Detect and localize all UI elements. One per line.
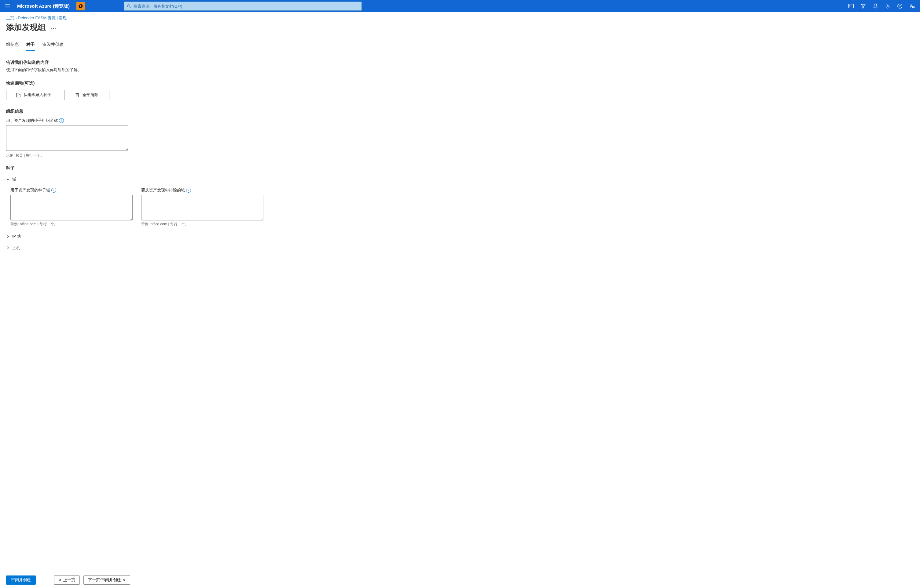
info-icon[interactable]: i xyxy=(59,118,64,123)
directory-filter-button[interactable] xyxy=(858,0,869,12)
intro-heading: 告诉我们你知道的内容 xyxy=(6,60,914,65)
org-info-heading: 组织信息 xyxy=(6,109,914,114)
domains-exclude-hint: 示例: office.com | 每行一个。 xyxy=(141,221,263,227)
previous-page-label: 上一页 xyxy=(63,578,75,582)
svg-rect-7 xyxy=(19,94,20,97)
domains-exclude-label-text: 要从资产发现中排除的域 xyxy=(141,187,185,193)
section-org-info: 组织信息 用于资产发现的种子组织名称 i 示例: 领英 | 每行一个。 xyxy=(6,109,914,158)
accordion-ip-blocks-title: IP 块 xyxy=(12,234,21,239)
domains-exclude-col: 要从资产发现中排除的域 i 示例: office.com | 每行一个。 xyxy=(141,187,263,227)
preview-bug-button[interactable] xyxy=(76,2,85,10)
domains-include-col: 用于资产发现的种子域 i 示例: office.com | 每行一个。 xyxy=(10,187,133,227)
brand-label[interactable]: Microsoft Azure (预览版) xyxy=(15,3,72,9)
tab-seeds[interactable]: 种子 xyxy=(26,40,35,51)
breadcrumb-home[interactable]: 主页 xyxy=(6,15,14,21)
wizard-footer: 审阅并创建 < 上一页 下一页:审阅并创建 > xyxy=(0,572,920,588)
section-quickstart: 快速启动(可选) 从组织导入种子 全部清除 xyxy=(6,81,914,100)
global-search[interactable] xyxy=(124,2,362,11)
settings-button[interactable] xyxy=(882,0,893,12)
chevron-right-icon xyxy=(6,246,10,250)
svg-rect-1 xyxy=(849,4,854,8)
page-body: 主页 › Defender EASM 资源 | 发现 › 添加发现组 ⋯ 组信息… xyxy=(0,12,920,572)
azure-header: Microsoft Azure (预览版) xyxy=(0,0,920,12)
import-seeds-label: 从组织导入种子 xyxy=(24,92,51,98)
domains-include-label: 用于资产发现的种子域 i xyxy=(10,187,133,193)
bell-icon xyxy=(873,3,878,9)
import-seeds-from-org-button[interactable]: 从组织导入种子 xyxy=(6,90,61,100)
accordion-ip-blocks: IP 块 xyxy=(6,232,914,241)
info-icon[interactable]: i xyxy=(51,188,56,193)
menu-icon xyxy=(5,4,10,8)
chevron-right-icon: › xyxy=(68,16,70,21)
tab-group-info[interactable]: 组信息 xyxy=(6,40,19,51)
seeds-heading: 种子 xyxy=(6,165,914,171)
help-icon xyxy=(897,3,902,9)
breadcrumb-resource[interactable]: Defender EASM 资源 | 发现 xyxy=(18,15,66,21)
org-names-label: 用于资产发现的种子组织名称 i xyxy=(6,118,914,123)
more-actions-button[interactable]: ⋯ xyxy=(51,25,56,31)
feedback-icon xyxy=(909,3,915,9)
next-page-label: 下一页:审阅并创建 xyxy=(88,578,121,582)
domains-exclude-label: 要从资产发现中排除的域 i xyxy=(141,187,263,193)
notifications-button[interactable] xyxy=(870,0,881,12)
chevron-right-icon: › xyxy=(15,16,16,21)
breadcrumb: 主页 › Defender EASM 资源 | 发现 › xyxy=(6,15,914,21)
global-search-input[interactable] xyxy=(133,4,359,9)
review-and-create-button[interactable]: 审阅并创建 xyxy=(6,575,36,585)
intro-sub: 使用下面的种子字段输入你对组织的了解。 xyxy=(6,67,914,73)
chevron-right-icon xyxy=(6,234,10,238)
svg-point-0 xyxy=(127,5,130,7)
org-names-textarea[interactable] xyxy=(6,125,128,151)
svg-point-2 xyxy=(887,5,889,7)
filter-icon xyxy=(861,4,866,8)
page-title: 添加发现组 xyxy=(6,22,46,33)
bug-icon xyxy=(78,3,83,9)
info-icon[interactable]: i xyxy=(186,188,191,193)
svg-rect-6 xyxy=(16,93,19,97)
hamburger-menu-button[interactable] xyxy=(2,1,12,11)
domains-include-label-text: 用于资产发现的种子域 xyxy=(10,187,50,193)
accordion-domains: 域 用于资产发现的种子域 i 示例: office.com | 每行一个。 xyxy=(6,174,914,229)
accordion-domains-title: 域 xyxy=(12,176,16,182)
accordion-domains-header[interactable]: 域 xyxy=(6,174,914,184)
domains-exclude-textarea[interactable] xyxy=(141,195,263,220)
building-icon xyxy=(16,92,21,97)
section-intro: 告诉我们你知道的内容 使用下面的种子字段输入你对组织的了解。 xyxy=(6,60,914,73)
accordion-hosts-header[interactable]: 主机 xyxy=(6,243,914,252)
help-button[interactable] xyxy=(894,0,905,12)
gear-icon xyxy=(885,3,890,9)
quickstart-heading: 快速启动(可选) xyxy=(6,81,914,86)
clear-all-button[interactable]: 全部清除 xyxy=(64,90,109,100)
next-page-button[interactable]: 下一页:审阅并创建 > xyxy=(83,575,130,585)
trash-icon xyxy=(75,92,79,97)
search-icon xyxy=(127,4,131,8)
org-names-label-text: 用于资产发现的种子组织名称 xyxy=(6,118,58,123)
svg-point-4 xyxy=(899,7,900,8)
page-title-row: 添加发现组 ⋯ xyxy=(6,22,914,33)
org-names-hint: 示例: 领英 | 每行一个。 xyxy=(6,153,914,158)
domains-include-textarea[interactable] xyxy=(10,195,133,220)
domains-include-hint: 示例: office.com | 每行一个。 xyxy=(10,221,133,227)
cloud-shell-button[interactable] xyxy=(845,0,857,12)
accordion-ip-blocks-header[interactable]: IP 块 xyxy=(6,232,914,241)
chevron-down-icon xyxy=(6,178,10,181)
header-actions xyxy=(845,0,918,12)
accordion-hosts: 主机 xyxy=(6,243,914,252)
cloud-shell-icon xyxy=(848,4,854,8)
tab-review-create[interactable]: 审阅并创建 xyxy=(42,40,63,51)
section-seeds: 种子 域 用于资产发现的种子域 i 示例: office.com | 每行一个。 xyxy=(6,165,914,252)
feedback-button[interactable] xyxy=(907,0,918,12)
clear-all-label: 全部清除 xyxy=(83,92,99,98)
previous-page-button[interactable]: < 上一页 xyxy=(54,575,80,585)
svg-point-5 xyxy=(911,4,912,6)
tabs: 组信息 种子 审阅并创建 xyxy=(6,40,914,51)
accordion-hosts-title: 主机 xyxy=(12,245,20,250)
